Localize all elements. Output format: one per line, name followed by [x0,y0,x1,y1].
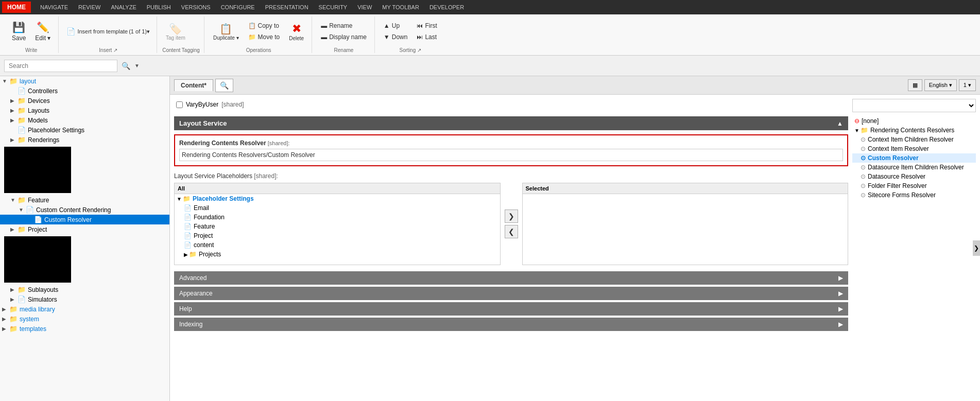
menu-developer[interactable]: DEVELOPER [424,2,469,12]
vary-by-user-checkbox[interactable] [176,101,183,108]
tree-item-project[interactable]: ▶ 📁 Project [0,224,169,234]
version-button[interactable]: 1 ▾ [959,79,976,91]
menu-publish[interactable]: PUBLISH [142,2,176,12]
menu-navigate[interactable]: NAVIGATE [35,2,73,12]
document-icon: 📄 [18,87,26,95]
right-list-item-context-children[interactable]: ⊙ Context Item Children Resolver [852,135,976,144]
display-name-button[interactable]: ▬ Display name [317,32,370,42]
edit-button[interactable]: ✏️ Edit ▾ [31,16,54,46]
ph-tree-row[interactable]: 📄 content [175,240,500,250]
layout-service-section-header[interactable]: Layout Service ▲ [174,116,848,130]
tree-item-models[interactable]: ▶ 📁 Models [0,115,169,125]
tag-icon: 🏷️ [169,23,182,35]
menu-security[interactable]: SECURITY [314,2,353,12]
first-button[interactable]: ⏮ First [413,21,440,31]
tree-item-custom-resolver[interactable]: 📄 Custom Resolver [0,215,169,224]
tree-item-feature[interactable]: ▼ 📁 Feature [0,195,169,205]
folder-icon: 📁 [18,97,26,104]
tree-item-templates[interactable]: ▶ 📁 templates [0,324,169,334]
home-button[interactable]: HOME [2,2,31,13]
resolver-dropdown[interactable] [852,99,976,112]
save-button[interactable]: 💾 Save [8,16,29,46]
search-input[interactable] [4,60,117,72]
move-left-button[interactable]: ❮ [505,225,518,238]
item-label: content [194,241,214,249]
tree-item-devices[interactable]: ▶ 📁 Devices [0,96,169,106]
resolver-group-header[interactable]: ▼ 📁 Rendering Contents Resolvers [852,126,976,135]
ph-tree-row[interactable]: 📄 Foundation [175,213,500,222]
right-list-item-sitecore-forms[interactable]: ⊙ Sitecore Forms Resolver [852,190,976,200]
expand-arrow: ▼ [19,207,26,213]
none-icon: ⊖ [854,117,859,125]
content-tagging-group-label: Content Tagging [162,46,200,53]
tree-item-system[interactable]: ▶ 📁 system [0,314,169,324]
menu-versions[interactable]: VERSIONS [176,2,216,12]
menu-my-toolbar[interactable]: MY TOOLBAR [377,2,424,12]
ph-tree-row[interactable]: 📄 Email [175,203,500,213]
insert-from-template-button[interactable]: 📄 Insert from template (1 of 1) ▾ [64,25,152,38]
menu-presentation[interactable]: PRESENTATION [260,2,314,12]
menu-analyze[interactable]: ANALYZE [106,2,141,12]
duplicate-button[interactable]: 📋 Duplicate ▾ [210,16,242,46]
up-button[interactable]: ▲ Up [380,21,411,31]
panel-expand-arrow[interactable]: ❯ [973,240,980,256]
item-label: Projects [199,251,221,258]
advanced-section-header[interactable]: Advanced ▶ [174,271,848,285]
ph-tree-row[interactable]: ▼ 📁 Placeholder Settings [175,194,500,203]
tree-item-renderings[interactable]: ▶ 📁 Renderings [0,135,169,145]
tree-item-custom-content-rendering[interactable]: ▼ 📄 Custom Content Rendering [0,205,169,215]
expand-arrow: ▶ [10,117,18,123]
write-group-label: Write [8,46,54,53]
rendering-contents-resolver-field: Rendering Contents Resolver [shared]: Re… [174,134,848,166]
search-icon[interactable]: 🔍 [119,60,132,72]
document-icon: 📄 [34,216,42,223]
menu-configure[interactable]: CONFIGURE [216,2,260,12]
menu-review[interactable]: REVIEW [73,2,106,12]
expand-arrow: ▼ [2,78,9,84]
right-list-item-custom-resolver[interactable]: ⊙ Custom Resolver [852,153,976,163]
copy-to-button[interactable]: 📋 Copy to [245,21,284,31]
view-toggle-button[interactable]: ▦ [908,79,922,91]
appearance-section-header[interactable]: Appearance ▶ [174,287,848,300]
right-list-item-context-resolver[interactable]: ⊙ Context Item Resolver [852,144,976,153]
delete-button[interactable]: ✖ Delete [285,16,307,46]
right-list-item-datasource-children[interactable]: ⊙ Datasource Item Children Resolver [852,163,976,172]
tree-item-layout[interactable]: ▼ 📁 layout [0,76,169,86]
move-right-button[interactable]: ❯ [505,210,518,223]
search-content-button[interactable]: 🔍 [215,79,233,92]
tree-item-controllers[interactable]: 📄 Controllers [0,86,169,96]
down-button[interactable]: ▼ Down [380,32,411,42]
right-list-item-datasource-resolver[interactable]: ⊙ Datasource Resolver [852,172,976,181]
ph-tree-row[interactable]: 📄 Feature [175,222,500,231]
tree-item-layouts[interactable]: ▶ 📁 Layouts [0,106,169,115]
move-to-button[interactable]: 📁 Move to [245,32,284,42]
tree-item-sublayouts[interactable]: ▶ 📁 Sublayouts [0,285,169,294]
none-item[interactable]: ⊖ [none] [852,116,976,126]
tag-item-button[interactable]: 🏷️ Tag item [162,16,189,46]
menu-view[interactable]: VIEW [352,2,377,12]
last-button[interactable]: ⏭ Last [413,32,440,42]
insert-group-label: Insert ↗ [64,46,152,53]
tree-item-media-library[interactable]: ▶ 📁 media library [0,304,169,314]
ph-tree-row[interactable]: 📄 Project [175,231,500,240]
ph-tree-row[interactable]: ▶ 📁 Projects [175,250,500,259]
expand-arrow: ▶ [10,226,18,232]
content-tab[interactable]: Content* [174,79,213,91]
help-section-header[interactable]: Help ▶ [174,302,848,316]
folder-icon: 📄 [184,214,192,221]
expand-arrow: ▼ [10,197,18,203]
rename-button[interactable]: ▬ Rename [317,21,370,31]
search-dropdown-icon[interactable]: ▼ [134,63,140,68]
tree-item-placeholder-settings[interactable]: 📄 Placeholder Settings [0,125,169,135]
resolver-value[interactable]: Rendering Contents Resolvers/Custom Reso… [179,149,843,161]
language-button[interactable]: English ▾ [924,79,957,91]
expand-arrow: ▶ [10,108,18,113]
tree-label: system [20,316,39,323]
folder-icon: 📁 [9,325,18,333]
indexing-section-header[interactable]: Indexing ▶ [174,318,848,331]
right-list-item-folder-filter[interactable]: ⊙ Folder Filter Resolver [852,181,976,190]
tree-item-simulators[interactable]: ▶ 📄 Simulators [0,294,169,304]
expand-arrow: ▶ [2,326,9,332]
last-icon: ⏭ [417,33,423,41]
move-icon: 📁 [248,33,256,41]
